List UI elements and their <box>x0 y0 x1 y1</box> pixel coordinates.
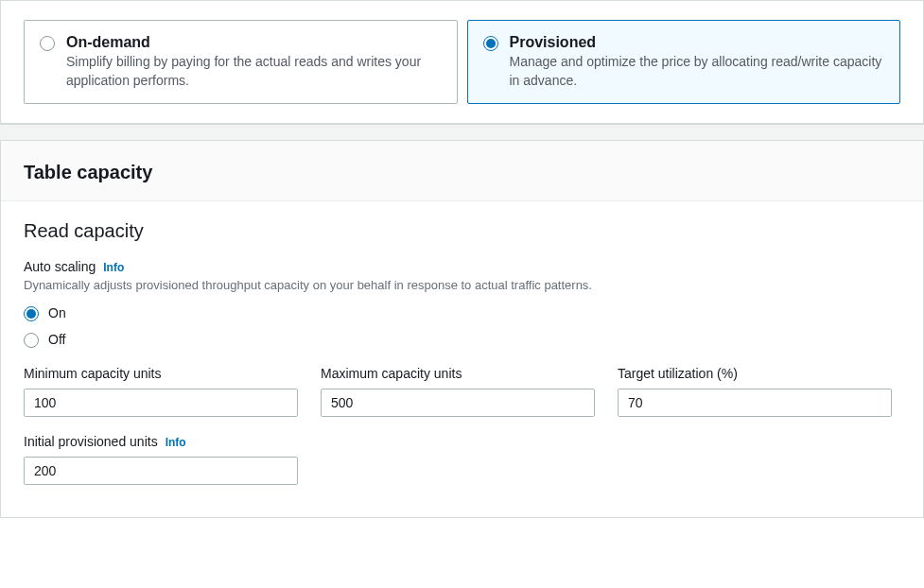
provisioned-description: Manage and optimize the price by allocat… <box>510 53 885 90</box>
auto-scaling-on-label: On <box>48 305 66 320</box>
auto-scaling-off-option[interactable]: Off <box>24 326 900 353</box>
on-demand-description: Simplify billing by paying for the actua… <box>66 53 442 90</box>
initial-units-label: Initial provisioned units <box>24 434 158 449</box>
auto-scaling-off-label: Off <box>48 332 65 347</box>
on-demand-title: On-demand <box>66 34 442 51</box>
auto-scaling-info-link[interactable]: Info <box>103 261 124 274</box>
capacity-mode-provisioned[interactable]: Provisioned Manage and optimize the pric… <box>467 20 901 104</box>
table-capacity-title: Table capacity <box>24 162 900 183</box>
radio-icon <box>40 36 55 51</box>
max-units-input[interactable] <box>321 389 595 417</box>
max-units-label: Maximum capacity units <box>321 366 595 381</box>
read-capacity-heading: Read capacity <box>24 220 900 242</box>
section-divider <box>0 124 924 141</box>
target-utilization-label: Target utilization (%) <box>618 366 892 381</box>
min-units-input[interactable] <box>24 389 298 417</box>
initial-units-info-link[interactable]: Info <box>166 436 186 449</box>
table-capacity-header: Table capacity <box>1 141 923 201</box>
radio-icon <box>483 36 498 51</box>
capacity-mode-on-demand[interactable]: On-demand Simplify billing by paying for… <box>24 20 458 104</box>
target-utilization-input[interactable] <box>618 389 892 417</box>
auto-scaling-on-option[interactable]: On <box>24 300 900 326</box>
radio-icon <box>24 333 39 348</box>
radio-icon <box>24 306 39 321</box>
capacity-mode-selector: On-demand Simplify billing by paying for… <box>1 1 923 123</box>
auto-scaling-label: Auto scaling <box>24 259 96 274</box>
auto-scaling-helper: Dynamically adjusts provisioned throughp… <box>24 278 900 292</box>
provisioned-title: Provisioned <box>510 34 885 51</box>
initial-units-input[interactable] <box>24 457 298 485</box>
min-units-label: Minimum capacity units <box>24 366 298 381</box>
